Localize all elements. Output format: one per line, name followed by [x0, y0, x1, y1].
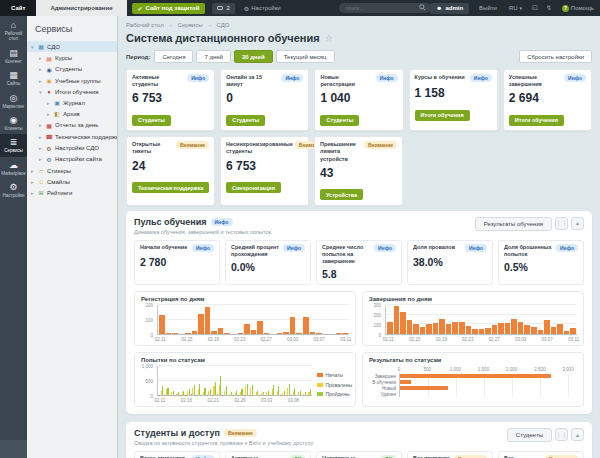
learning-results-button[interactable]: Результаты обучения [475, 217, 552, 231]
tree-expand-arrow[interactable]: ▸ [31, 168, 35, 174]
sidebar-item-content[interactable]: ▤Контент [0, 45, 27, 67]
sidebar-item-settings[interactable]: ⚙Настройки [0, 179, 27, 201]
results-icon: ♦ [46, 89, 53, 95]
journal-icon: ▣ [54, 99, 61, 106]
tree-item-lms-settings[interactable]: ▸⚙Настройки СДО [27, 142, 117, 153]
logout-link[interactable]: Выйти [473, 0, 503, 16]
tree-item-journal[interactable]: ▸▣Журнал [27, 97, 117, 108]
tree-item-smiles[interactable]: ▸☺Смайлы [27, 177, 117, 187]
bar [551, 327, 557, 334]
stat-card-action-button[interactable]: Итоги обучения [415, 110, 470, 121]
tab-administration[interactable]: Администрирование [36, 0, 126, 16]
monitor-icon[interactable]: ⊡ [528, 0, 542, 16]
bar [289, 384, 290, 396]
sidebar-item-marketing[interactable]: ◎Маркетинг [0, 90, 27, 112]
bar [400, 374, 551, 379]
tree-expand-arrow[interactable]: ▸ [31, 179, 35, 185]
bar-group [259, 366, 263, 395]
tree-expand-arrow[interactable]: ▸ [39, 55, 43, 61]
tree-expand-arrow[interactable]: ▸ [47, 100, 51, 106]
stat-card-action-button[interactable]: Синхронизация [226, 182, 281, 193]
tree-expand-arrow[interactable]: ▸ [47, 111, 51, 117]
tab-site[interactable]: Сайт [0, 0, 36, 16]
tree-expand-arrow[interactable]: ▸ [39, 134, 43, 140]
stat-card-value: 24 [132, 159, 209, 173]
tree-item-support[interactable]: ▸☎Техническая поддержка [27, 131, 117, 142]
favorite-star-icon[interactable]: ☆ [325, 33, 333, 43]
tree-expand-arrow[interactable]: ▾ [31, 44, 35, 50]
period-tab[interactable]: 7 дней [196, 50, 231, 63]
bar [498, 323, 504, 335]
bar [173, 391, 174, 395]
bar-group [217, 366, 221, 395]
stat-card-label: Среднее число попыток на завершение [322, 244, 372, 265]
reset-settings-button[interactable]: Сбросить настройки [519, 50, 592, 63]
settings-menu[interactable]: ⚙ Настройки [237, 0, 288, 16]
tree-item-stickers[interactable]: ▸▱Стикеры [27, 165, 117, 176]
sidebar-item-sites[interactable]: ▦Сайты [0, 67, 27, 89]
breadcrumb-item[interactable]: Сервисы [178, 22, 203, 28]
collapse-button[interactable]: ▴ [571, 217, 584, 230]
students-button[interactable]: Студенты [507, 428, 552, 442]
stat-card-action-button[interactable]: Студенты [320, 115, 359, 126]
tree-item-ratings[interactable]: ▸⊞Рейтинги [27, 187, 117, 198]
stat-card-action-button[interactable]: Студенты [132, 115, 171, 126]
tree-expand-arrow[interactable]: ▸ [39, 156, 43, 162]
help-link[interactable]: ? Помощь [556, 0, 600, 16]
user-menu[interactable]: ☻ admin [430, 3, 469, 14]
tree-item-label: Журнал [63, 100, 85, 106]
tree-item-students[interactable]: ▸◉Студенты [27, 64, 117, 75]
stat-card-label: Несинхронизированные студенты [226, 141, 293, 155]
tree-expand-arrow[interactable]: ▸ [39, 78, 43, 84]
period-tab[interactable]: Сегодня [154, 50, 193, 63]
sidebar-item-services[interactable]: ≣Сервисы [0, 134, 27, 156]
period-tab[interactable]: 30 дней [234, 50, 273, 63]
drag-handle-button[interactable]: ⋮⋮ [555, 217, 568, 230]
tree-item-courses[interactable]: ▸▤Курсы [27, 52, 117, 63]
tree-item-archive[interactable]: ▸◧Архив [27, 108, 117, 119]
plus-box-icon: ⊞ [38, 189, 45, 196]
breadcrumb-item[interactable]: Рабочий стол [126, 22, 164, 28]
tree-item-results[interactable]: ▾♦Итоги обучения [27, 87, 117, 97]
bar [172, 333, 178, 334]
tree-item-sdo[interactable]: ▾▦СДО [27, 41, 117, 52]
sidebar-item-desktop[interactable]: ⌂Рабочий стол [0, 17, 27, 45]
tree-item-label: Смайлы [47, 179, 70, 185]
sidebar-item-marketplace[interactable]: ☁Marketplace [0, 157, 27, 179]
notifications-chip[interactable]: 2 [212, 3, 234, 14]
stat-card-action-button[interactable]: Студенты [226, 115, 265, 126]
tree-expand-arrow[interactable]: ▸ [39, 122, 43, 128]
site-protected-button[interactable]: ✔ Сайт под защитой [132, 3, 206, 14]
tree-expand-arrow[interactable]: ▸ [39, 145, 43, 151]
period-tab[interactable]: Текущий месяц [276, 50, 335, 63]
tree-item-daily-reports[interactable]: ▸▦Отчеты за день [27, 120, 117, 131]
sidebar-item-clients[interactable]: ◉Клиенты [0, 112, 27, 134]
stat-card-action-button[interactable]: Техническая поддержка [132, 182, 209, 193]
collapse-button[interactable]: ▴ [571, 428, 584, 441]
bar [204, 388, 205, 395]
bar-group [164, 366, 168, 395]
tree-expand-arrow[interactable]: ▾ [39, 89, 43, 95]
tree-expand-arrow[interactable]: ▸ [31, 190, 35, 196]
tree-item-groups[interactable]: ▸◉Учебные группы [27, 75, 117, 86]
bar [264, 333, 270, 334]
page-title: Система дистанционного обучения ☆ [126, 32, 592, 44]
tree-expand-arrow[interactable]: ▸ [39, 66, 43, 72]
bar-group [280, 366, 284, 395]
lms-icon: ▦ [38, 43, 45, 50]
student-icon: ◉ [46, 66, 53, 73]
home-icon: ⌂ [11, 20, 16, 30]
bar [296, 333, 302, 334]
bar-group [291, 366, 295, 395]
breadcrumb-item[interactable]: СДО [217, 22, 230, 28]
stat-card-action-button[interactable]: Устройства [320, 189, 363, 200]
status-badge: Инфо [556, 244, 578, 252]
language-select[interactable]: RU ▾ [503, 0, 528, 16]
stat-card-action-button[interactable]: Итоги обучения [509, 115, 564, 126]
tree-item-site-settings[interactable]: ▸⚙Настройки сайта [27, 154, 117, 165]
left-sidebar: ⌂Рабочий стол▤Контент▦Сайты◎Маркетинг◉Кл… [0, 16, 27, 458]
drag-handle-button[interactable]: ⋮⋮ [555, 428, 568, 441]
breadcrumb-separator: → [207, 22, 213, 28]
lightning-icon[interactable]: ↯ [542, 0, 556, 16]
search-input[interactable] [339, 3, 431, 13]
